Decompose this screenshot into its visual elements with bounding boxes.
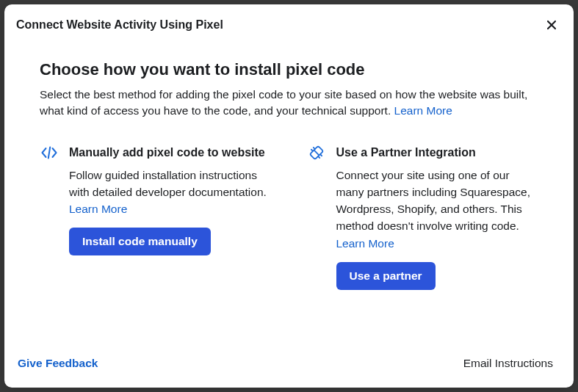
section-learn-more-link[interactable]: Learn More <box>394 104 452 117</box>
modal-body: Choose how you want to install pixel cod… <box>4 43 574 349</box>
option-partner-description-text: Connect your site using one of our many … <box>336 169 531 233</box>
option-manual: Manually add pixel code to website Follo… <box>40 145 272 290</box>
code-icon <box>40 145 59 164</box>
handshake-icon <box>307 145 326 164</box>
option-partner: Use a Partner Integration Connect your s… <box>307 145 539 290</box>
install-manually-button[interactable]: Install code manually <box>69 228 211 255</box>
give-feedback-link[interactable]: Give Feedback <box>18 357 98 370</box>
option-partner-learn-more-link[interactable]: Learn More <box>336 237 394 250</box>
option-manual-description: Follow guided installation instructions … <box>69 167 272 218</box>
option-partner-content: Use a Partner Integration Connect your s… <box>336 145 539 290</box>
modal-header: Connect Website Activity Using Pixel <box>4 4 574 43</box>
option-manual-description-text: Follow guided installation instructions … <box>69 169 267 198</box>
section-title: Choose how you want to install pixel cod… <box>40 60 538 79</box>
install-options: Manually add pixel code to website Follo… <box>40 145 538 290</box>
option-partner-description: Connect your site using one of our many … <box>336 167 539 252</box>
section-description-text: Select the best method for adding the pi… <box>40 88 527 117</box>
option-manual-title: Manually add pixel code to website <box>69 145 272 161</box>
use-partner-button[interactable]: Use a partner <box>336 262 436 290</box>
section-description: Select the best method for adding the pi… <box>40 87 538 120</box>
close-button[interactable] <box>541 15 562 35</box>
option-partner-title: Use a Partner Integration <box>336 145 539 161</box>
modal-title: Connect Website Activity Using Pixel <box>16 18 223 32</box>
option-manual-content: Manually add pixel code to website Follo… <box>69 145 272 290</box>
email-instructions-link[interactable]: Email Instructions <box>463 357 553 370</box>
modal-footer: Give Feedback Email Instructions <box>4 349 574 388</box>
close-icon <box>545 18 558 32</box>
pixel-install-modal: Connect Website Activity Using Pixel Cho… <box>4 4 574 388</box>
option-manual-learn-more-link[interactable]: Learn More <box>69 203 127 215</box>
